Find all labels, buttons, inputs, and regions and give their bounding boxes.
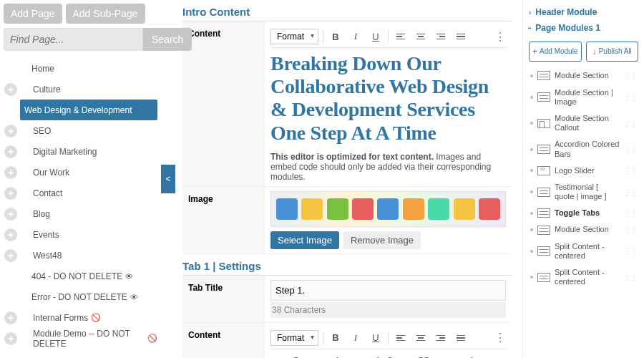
drag-grip-icon[interactable]: ⋮⋮ <box>624 188 637 196</box>
bold-button[interactable]: B <box>328 330 343 346</box>
format-select[interactable]: Format <box>270 330 318 346</box>
image-actions: Select Image Remove Image <box>270 231 506 249</box>
add-child-icon[interactable]: + <box>4 332 17 345</box>
italic-button[interactable]: I <box>348 330 364 346</box>
tree-item[interactable]: Web Design & Development <box>20 100 157 120</box>
chevron-right-icon: › <box>529 9 531 16</box>
add-page-button[interactable]: Add Page <box>4 4 62 24</box>
content-editor-panel: Intro Content Content Format B I U ⋮ Bre… <box>161 0 522 358</box>
tree-item[interactable]: 404 - DO NOT DELETE👁 <box>0 266 157 286</box>
tab-title-input[interactable] <box>270 280 506 301</box>
module-action-row: +Add Module ↓Publish All <box>529 42 638 62</box>
align-right-button[interactable] <box>433 29 449 44</box>
tree-item[interactable]: +Culture <box>0 79 157 100</box>
search-button[interactable]: Search <box>143 28 192 51</box>
tree-item-label: Culture <box>24 84 61 95</box>
italic-button[interactable]: I <box>348 29 364 44</box>
page-modules-toggle[interactable]: › Page Modules 1 <box>529 20 638 36</box>
module-type-icon <box>537 273 550 282</box>
publish-all-button[interactable]: ↓Publish All <box>586 42 639 62</box>
drag-grip-icon[interactable]: ⋮⋮ <box>624 226 637 234</box>
tree-item[interactable]: Error - DO NOT DELETE👁 <box>0 286 157 307</box>
drag-grip-icon[interactable]: ⋮⋮ <box>624 209 637 217</box>
add-child-icon[interactable]: + <box>4 145 17 158</box>
drag-grip-icon[interactable]: ⋮⋮ <box>624 72 637 79</box>
drag-grip-icon[interactable]: ⋮⋮ <box>624 120 637 127</box>
module-item[interactable]: Toggle Tabs⋮⋮ <box>529 205 638 221</box>
module-item[interactable]: Logo Slider⋮⋮ <box>529 163 638 179</box>
add-child-icon[interactable]: + <box>4 208 17 221</box>
ban-icon: 🚫 <box>147 334 157 343</box>
module-type-icon <box>537 145 550 154</box>
header-module-toggle[interactable]: › Header Module <box>529 4 638 20</box>
tab1-heading[interactable]: Web Design Kick-Off Meeting <box>270 354 506 358</box>
tree-item[interactable]: Home <box>0 58 157 79</box>
module-item[interactable]: Module Section | Image⋮⋮ <box>529 84 638 110</box>
align-center-button[interactable] <box>413 330 429 346</box>
add-child-icon[interactable]: + <box>4 125 17 137</box>
content-heading[interactable]: Breaking Down Our Collaborative Web Desi… <box>270 52 506 145</box>
drag-grip-icon[interactable]: ⋮⋮ <box>624 167 637 175</box>
add-module-button[interactable]: +Add Module <box>529 42 582 62</box>
tree-item-label: Web Design & Development <box>24 105 132 115</box>
collapse-sidebar-button[interactable]: < <box>161 165 175 193</box>
add-child-icon[interactable]: + <box>4 249 17 262</box>
align-justify-button[interactable] <box>453 29 469 44</box>
tree-item[interactable]: +SEO <box>0 120 157 141</box>
drag-grip-icon[interactable]: ⋮⋮ <box>624 93 637 101</box>
add-sub-page-button[interactable]: Add Sub-Page <box>66 4 145 24</box>
module-label: Split Content - centered <box>555 242 620 261</box>
module-item[interactable]: Split Content - centered⋮⋮ <box>529 264 638 290</box>
module-panel: › Header Module › Page Modules 1 +Add Mo… <box>522 0 644 358</box>
drag-grip-icon[interactable]: ⋮⋮ <box>624 274 637 281</box>
tree-item[interactable]: +Digital Marketing <box>0 141 157 162</box>
search-input[interactable] <box>4 28 143 51</box>
align-right-button[interactable] <box>433 330 449 346</box>
module-item[interactable]: Accordion Colored Bars⋮⋮ <box>529 136 638 162</box>
editor-toolbar: Format B I U ⋮ <box>270 327 506 349</box>
more-options-icon[interactable]: ⋮ <box>494 30 506 44</box>
tree-item[interactable]: +Module Demo -- DO NOT DELETE🚫 <box>0 328 157 349</box>
drag-grip-icon[interactable]: ⋮⋮ <box>624 247 637 255</box>
align-justify-button[interactable] <box>453 330 469 346</box>
remove-image-button[interactable]: Remove Image <box>343 231 421 249</box>
status-dot-icon <box>530 250 533 253</box>
module-type-icon <box>537 92 550 102</box>
add-child-icon[interactable]: + <box>4 228 17 241</box>
editor-body[interactable]: Web Design Kick-Off Meeting Before our c… <box>270 354 506 358</box>
align-left-button[interactable] <box>393 29 409 44</box>
module-item[interactable]: Module Section Callout⋮⋮ <box>529 110 638 136</box>
module-item[interactable]: Module Section⋮⋮ <box>529 221 638 238</box>
intro-content-header: Intro Content <box>182 1 512 21</box>
align-left-button[interactable] <box>393 330 409 346</box>
module-label: Accordion Colored Bars <box>555 140 620 158</box>
format-select[interactable]: Format <box>270 29 318 44</box>
underline-button[interactable]: U <box>368 330 384 346</box>
toolbar-divider <box>323 332 323 344</box>
bold-button[interactable]: B <box>328 29 343 44</box>
module-item[interactable]: Testimonial [ quote | image ]⋮⋮ <box>529 179 638 205</box>
add-child-icon[interactable]: + <box>4 311 17 324</box>
add-child-icon[interactable]: + <box>4 83 17 96</box>
char-count: 38 Characters <box>270 302 506 318</box>
module-item[interactable]: Module Section⋮⋮ <box>529 67 638 84</box>
eye-icon: 👁 <box>125 272 133 281</box>
module-item[interactable]: Split Content - centered⋮⋮ <box>529 238 638 264</box>
drag-grip-icon[interactable]: ⋮⋮ <box>624 145 637 153</box>
tab-title-content: 38 Characters <box>265 276 512 322</box>
module-label: Split Content - centered <box>555 268 620 286</box>
tree-item[interactable]: +West48 <box>0 245 157 266</box>
more-options-icon[interactable]: ⋮ <box>494 331 506 344</box>
align-center-button[interactable] <box>413 29 429 44</box>
tree-item-label: Internal Forms <box>24 313 88 323</box>
tree-item[interactable]: +Contact <box>0 183 157 203</box>
select-image-button[interactable]: Select Image <box>270 231 339 249</box>
tree-item[interactable]: +Events <box>0 224 157 245</box>
add-child-icon[interactable]: + <box>4 166 17 179</box>
tree-item[interactable]: +Internal Forms🚫 <box>0 307 157 328</box>
tree-item[interactable]: +Blog <box>0 203 157 224</box>
editor-body[interactable]: Breaking Down Our Collaborative Web Desi… <box>270 52 506 145</box>
add-child-icon[interactable]: + <box>4 187 17 200</box>
tree-item[interactable]: +Our Work <box>0 162 157 183</box>
underline-button[interactable]: U <box>368 29 384 44</box>
